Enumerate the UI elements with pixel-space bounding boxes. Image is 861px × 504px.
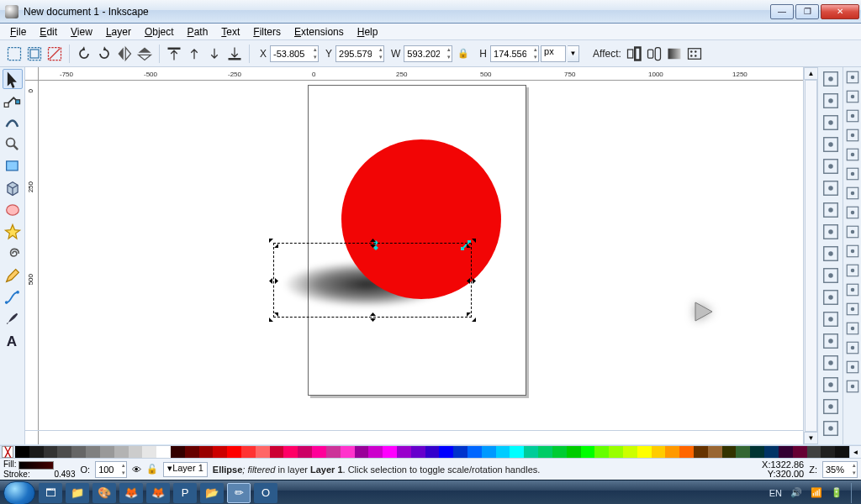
color-swatch[interactable] — [439, 446, 453, 458]
taskbar-app-files[interactable]: 📂 — [200, 483, 224, 503]
scroll-up-button[interactable]: ▲ — [804, 67, 818, 80]
flip-horizontal-icon[interactable] — [115, 45, 134, 63]
color-swatch[interactable] — [581, 446, 595, 458]
taskbar-app-inkscape[interactable]: ✏ — [227, 483, 251, 503]
start-button[interactable] — [3, 481, 35, 505]
color-swatch[interactable] — [241, 446, 256, 458]
show-desktop-button[interactable] — [851, 483, 858, 503]
deselect-icon[interactable] — [45, 45, 64, 63]
lower-to-bottom-icon[interactable] — [225, 45, 244, 63]
menu-view[interactable]: View — [64, 24, 99, 39]
zoom-tool[interactable] — [3, 134, 23, 155]
color-swatch[interactable] — [467, 446, 482, 458]
color-swatch[interactable] — [100, 446, 114, 458]
color-swatch[interactable] — [326, 446, 341, 458]
system-tray[interactable]: EN 🔊 📶 🔋 — [769, 483, 858, 503]
snap-bbox-icon[interactable] — [844, 88, 861, 105]
rectangle-tool[interactable] — [3, 156, 23, 176]
undo-icon[interactable] — [821, 200, 841, 220]
menu-path[interactable]: Path — [181, 24, 215, 39]
color-swatch[interactable] — [736, 446, 750, 458]
color-swatch[interactable] — [383, 446, 397, 458]
menu-file[interactable]: File — [3, 24, 33, 39]
no-fill-swatch[interactable]: ╳ — [2, 446, 13, 458]
taskbar-app-opera[interactable]: O — [254, 483, 277, 503]
lock-aspect-icon[interactable]: 🔒 — [457, 47, 470, 60]
zoom-drawing-icon[interactable] — [821, 331, 841, 351]
snap-intersection-icon[interactable] — [844, 204, 861, 221]
color-swatch[interactable] — [821, 446, 835, 458]
text-tool[interactable]: A — [3, 331, 23, 351]
tray-volume-icon[interactable]: 🔊 — [790, 487, 802, 498]
snap-cusp-icon[interactable] — [844, 243, 861, 260]
open-icon[interactable] — [821, 91, 841, 111]
color-swatch[interactable] — [270, 446, 284, 458]
bezier-tool[interactable] — [3, 287, 23, 307]
color-swatch[interactable] — [679, 446, 694, 458]
fill-swatch[interactable] — [18, 461, 54, 470]
cut-icon[interactable] — [821, 265, 841, 286]
x-input[interactable] — [270, 45, 319, 62]
opacity-input[interactable] — [95, 461, 127, 478]
zoom-page-icon[interactable] — [821, 353, 841, 373]
resize-handle-e[interactable] — [467, 276, 476, 286]
star-tool[interactable] — [3, 222, 23, 242]
snap-guide-icon[interactable] — [844, 320, 861, 337]
color-swatch[interactable] — [341, 446, 355, 458]
color-swatch[interactable] — [213, 446, 227, 458]
color-swatch[interactable] — [708, 446, 722, 458]
group-icon[interactable] — [821, 418, 841, 438]
rotate-cw-icon[interactable] — [95, 45, 114, 63]
snap-grid-icon[interactable] — [844, 301, 861, 318]
color-swatch[interactable] — [355, 446, 369, 458]
unit-combo-arrow[interactable]: ▼ — [568, 45, 579, 62]
horizontal-ruler[interactable]: -750-500-2500250500750100012501500 — [39, 67, 803, 81]
unit-combo[interactable]: px — [541, 45, 566, 62]
snap-path-icon[interactable] — [844, 281, 861, 298]
color-swatch[interactable] — [15, 446, 29, 458]
vertical-ruler[interactable]: 0250500 — [25, 81, 39, 444]
color-swatch[interactable] — [156, 446, 171, 458]
window-maximize-button[interactable]: ❐ — [795, 4, 819, 19]
rotate-ccw-icon[interactable] — [75, 45, 93, 63]
taskbar-app-explorer[interactable]: 🗔 — [39, 483, 62, 503]
color-swatch[interactable] — [496, 446, 510, 458]
color-swatch[interactable] — [411, 446, 425, 458]
select-all-icon[interactable] — [5, 45, 24, 63]
taskbar-app-paint[interactable]: 🎨 — [92, 483, 116, 503]
ellipse-tool[interactable] — [3, 200, 23, 220]
snap-corner-icon[interactable] — [844, 127, 861, 144]
taskbar-app-firefox[interactable]: 🦊 — [146, 483, 170, 503]
scroll-down-button[interactable]: ▼ — [804, 432, 818, 444]
tray-battery-icon[interactable]: 🔋 — [831, 487, 843, 498]
layer-combo[interactable]: ▾Layer 1 — [163, 462, 208, 477]
color-swatch[interactable] — [750, 446, 764, 458]
color-swatch[interactable] — [171, 446, 185, 458]
window-minimize-button[interactable]: — — [770, 4, 794, 19]
snap-node-icon[interactable] — [844, 108, 861, 124]
color-swatch[interactable] — [114, 446, 129, 458]
color-swatch[interactable] — [524, 446, 538, 458]
import-icon[interactable] — [821, 156, 841, 176]
zoom-input[interactable] — [822, 461, 858, 478]
color-swatch[interactable] — [129, 446, 143, 458]
flip-vertical-icon[interactable] — [135, 45, 154, 63]
color-swatch[interactable] — [397, 446, 411, 458]
snap-line-icon[interactable] — [844, 262, 861, 279]
snap-page-icon[interactable] — [844, 339, 861, 356]
snap-text-icon[interactable] — [844, 378, 861, 395]
menu-filters[interactable]: Filters — [246, 24, 288, 39]
color-swatch[interactable] — [779, 446, 793, 458]
menu-object[interactable]: Object — [138, 24, 181, 39]
snap-mid-icon[interactable] — [844, 165, 861, 182]
color-swatch[interactable] — [482, 446, 496, 458]
zoom-fit-icon[interactable] — [821, 309, 841, 329]
resize-handle-se[interactable] — [467, 312, 476, 322]
save-icon[interactable] — [821, 113, 841, 133]
color-swatch[interactable] — [312, 446, 326, 458]
tweak-tool[interactable] — [3, 113, 23, 133]
color-swatch[interactable] — [86, 446, 100, 458]
color-swatch[interactable] — [793, 446, 807, 458]
raise-to-top-icon[interactable] — [165, 45, 183, 63]
palette-menu-arrow[interactable]: ◄ — [849, 446, 861, 458]
